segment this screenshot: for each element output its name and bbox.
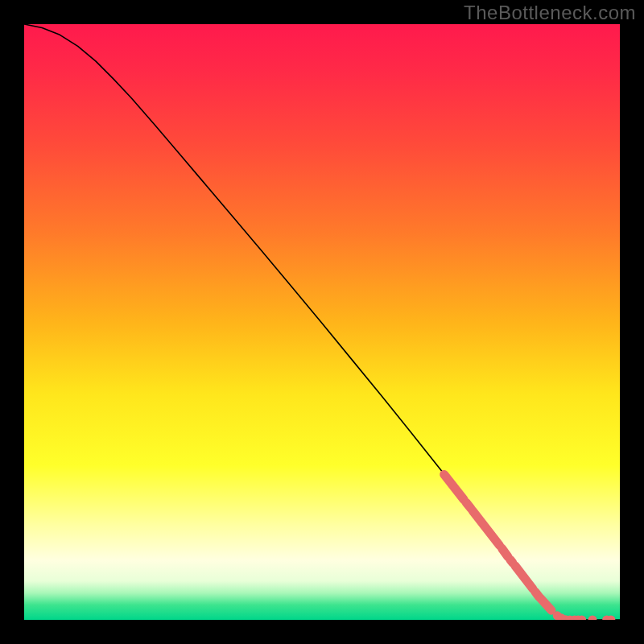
chart-svg [24, 24, 620, 620]
plot-area [24, 24, 620, 620]
chart-frame: TheBottleneck.com [0, 0, 644, 644]
svg-line-4 [502, 548, 507, 556]
svg-rect-0 [24, 24, 620, 620]
watermark-text: TheBottleneck.com [464, 2, 636, 24]
